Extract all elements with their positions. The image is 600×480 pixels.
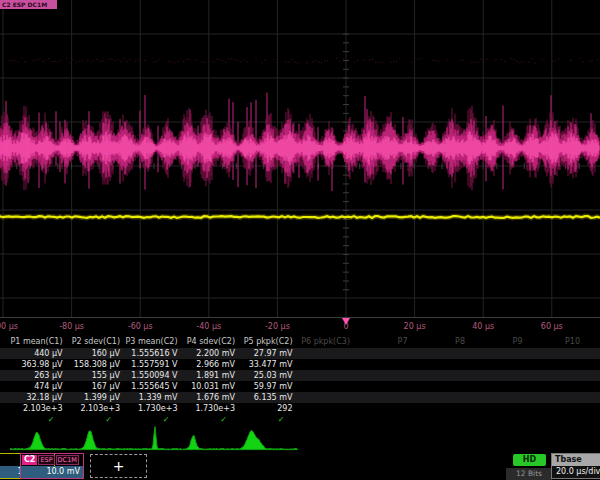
measure-status-cell: ✓ bbox=[183, 414, 241, 425]
time-tick-label: -80 µs bbox=[59, 322, 84, 331]
measure-cell bbox=[470, 392, 528, 403]
measure-cell: 1.676 mV bbox=[183, 392, 241, 403]
measure-cell bbox=[413, 348, 471, 359]
measure-status-cell: ✓ bbox=[68, 414, 126, 425]
measure-cell bbox=[355, 370, 413, 381]
time-tick-label: 60 µs bbox=[541, 322, 563, 331]
measure-cell: 6.135 mV bbox=[240, 392, 298, 403]
measure-status-cell bbox=[413, 414, 471, 425]
status-check-icon: ✓ bbox=[105, 415, 120, 424]
measure-cell: 1.555645 V bbox=[125, 381, 183, 392]
measure-cell: 2.966 mV bbox=[183, 359, 241, 370]
measure-cell bbox=[413, 403, 471, 414]
measure-cell bbox=[298, 359, 356, 370]
measure-cell bbox=[528, 359, 586, 370]
measure-cell bbox=[470, 370, 528, 381]
measure-cell bbox=[298, 403, 356, 414]
measure-cell bbox=[413, 381, 471, 392]
measure-status-cell: ✓ bbox=[10, 414, 68, 425]
measure-cell: 158.308 µV bbox=[68, 359, 126, 370]
measure-header-P1[interactable]: P1 mean(C1) bbox=[10, 335, 68, 348]
measure-cell: 167 µV bbox=[68, 381, 126, 392]
timebase-title: Tbase bbox=[552, 454, 600, 466]
oscilloscope-screen: C2 ESP DC1M -100 µs-80 µs-60 µs-40 µs-20… bbox=[0, 0, 600, 480]
waveform-display[interactable]: C2 ESP DC1M bbox=[0, 0, 600, 317]
measure-header-P5[interactable]: P5 pkpk(C2) bbox=[240, 335, 298, 348]
measure-header-P9[interactable]: P9 bbox=[470, 335, 528, 348]
measure-status-cell bbox=[528, 414, 586, 425]
measure-cell: 2.103e+3 bbox=[10, 403, 68, 414]
measure-cell: 32.18 µV bbox=[10, 392, 68, 403]
status-check-icon: ✓ bbox=[220, 415, 235, 424]
measure-header-P8[interactable]: P8 bbox=[413, 335, 471, 348]
measure-cell bbox=[528, 370, 586, 381]
measure-cell bbox=[355, 392, 413, 403]
measure-cell bbox=[528, 403, 586, 414]
measure-status-cell bbox=[470, 414, 528, 425]
measure-cell: 1.730e+3 bbox=[125, 403, 183, 414]
measure-cell: 1.339 mV bbox=[125, 392, 183, 403]
time-tick-label: -20 µs bbox=[265, 322, 290, 331]
measurement-histicons bbox=[0, 425, 600, 452]
measure-header-P6[interactable]: P6 pkpk(C3) bbox=[298, 335, 356, 348]
timebase-descriptor[interactable]: Tbase 20.0 µs/div bbox=[551, 453, 600, 479]
c2-channel-badge: C2 bbox=[22, 455, 37, 465]
measure-cell bbox=[413, 359, 471, 370]
measure-cell: 25.03 mV bbox=[240, 370, 298, 381]
measure-header-P2[interactable]: P2 sdev(C1) bbox=[68, 335, 126, 348]
trace-annotation-label: C2 ESP DC1M bbox=[0, 0, 57, 9]
histicon bbox=[183, 425, 241, 452]
measure-cell: 1.557591 V bbox=[125, 359, 183, 370]
measure-cell: 2.103e+3 bbox=[68, 403, 126, 414]
time-tick-label: 20 µs bbox=[404, 322, 426, 331]
measure-cell: 59.97 mV bbox=[240, 381, 298, 392]
measure-cell bbox=[528, 348, 586, 359]
waveform-traces bbox=[0, 0, 600, 317]
measure-cell bbox=[355, 359, 413, 370]
measure-cell bbox=[470, 348, 528, 359]
measure-status-cell bbox=[298, 414, 356, 425]
measure-cell: 263 µV bbox=[10, 370, 68, 381]
measure-cell bbox=[528, 392, 586, 403]
measure-cell: 155 µV bbox=[68, 370, 126, 381]
hd-mode-badge[interactable]: HD bbox=[513, 454, 546, 466]
time-tick-label: 40 µs bbox=[472, 322, 494, 331]
histicon bbox=[240, 425, 298, 452]
timebase-value: 20.0 µs/div bbox=[552, 466, 600, 478]
measure-cell bbox=[298, 381, 356, 392]
measure-cell bbox=[470, 381, 528, 392]
measure-cell bbox=[355, 381, 413, 392]
measure-header-P10[interactable]: P10 bbox=[528, 335, 586, 348]
measure-status-cell: ✓ bbox=[240, 414, 298, 425]
measure-cell: 363.98 µV bbox=[10, 359, 68, 370]
measure-header-P4[interactable]: P4 sdev(C2) bbox=[183, 335, 241, 348]
time-tick-label: -60 µs bbox=[128, 322, 153, 331]
measure-cell: 474 µV bbox=[10, 381, 68, 392]
c2-scale-value: 10.0 mV bbox=[21, 466, 83, 478]
measure-cell: 10.031 mV bbox=[183, 381, 241, 392]
c2-coupling-badge: DC1M bbox=[56, 455, 79, 465]
measure-cell bbox=[528, 381, 586, 392]
add-trace-button[interactable]: + bbox=[90, 454, 147, 478]
hd-bits-label: 12 Bits bbox=[506, 468, 552, 480]
measure-cell bbox=[470, 359, 528, 370]
measure-header-P7[interactable]: P7 bbox=[355, 335, 413, 348]
measure-cell: 1.891 mV bbox=[183, 370, 241, 381]
measure-cell bbox=[355, 403, 413, 414]
status-check-icon: ✓ bbox=[48, 415, 63, 424]
measure-cell bbox=[298, 392, 356, 403]
measure-header-P3[interactable]: P3 mean(C2) bbox=[125, 335, 183, 348]
measure-cell bbox=[470, 403, 528, 414]
c2-esp-badge: ESP bbox=[38, 455, 54, 465]
measure-cell: 27.97 mV bbox=[240, 348, 298, 359]
measure-cell: 1.550094 V bbox=[125, 370, 183, 381]
status-check-icon: ✓ bbox=[163, 415, 178, 424]
channel-c2-descriptor[interactable]: C2 ESP DC1M 10.0 mV bbox=[20, 453, 84, 479]
measure-cell: 1.730e+3 bbox=[183, 403, 241, 414]
trigger-position-marker[interactable] bbox=[342, 318, 350, 325]
measure-cell: 1.555616 V bbox=[125, 348, 183, 359]
time-axis: -100 µs-80 µs-60 µs-40 µs-20 µs020 µs40 … bbox=[0, 317, 600, 335]
measure-cell: 292 bbox=[240, 403, 298, 414]
measure-status-cell: ✓ bbox=[125, 414, 183, 425]
measure-cell: 2.200 mV bbox=[183, 348, 241, 359]
